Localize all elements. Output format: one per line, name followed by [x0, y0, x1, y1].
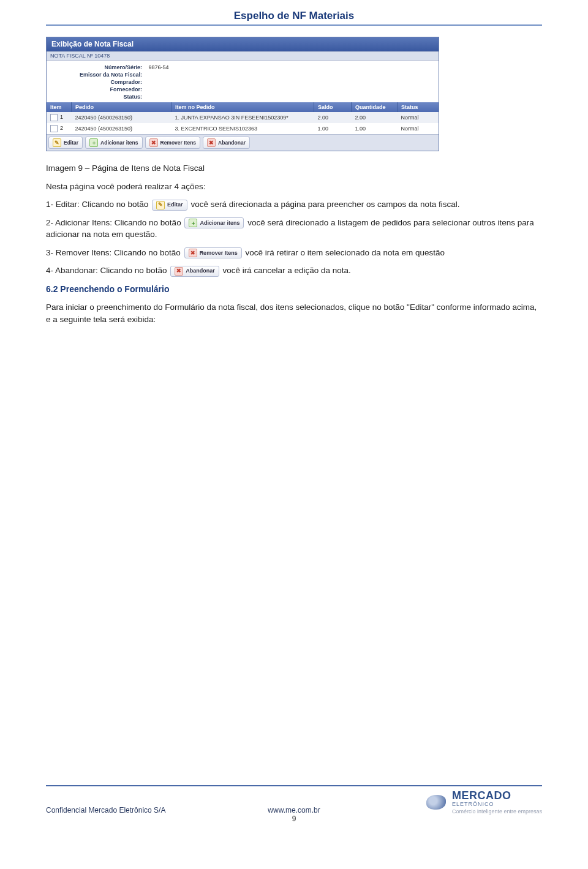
table-row: 1 2420450 (4500263150) 1. JUNTA EXPANSAO…: [47, 112, 439, 123]
button-label: Adicionar itens: [100, 140, 138, 146]
footer-url: www.me.com.br: [268, 806, 320, 814]
action-item-4: 4- Abandonar: Clicando no botão ✖ Abando…: [46, 265, 542, 277]
button-label: Remover Itens: [200, 249, 238, 257]
action-item-1: 1- Editar: Clicando no botão ✎ Editar vo…: [46, 198, 542, 211]
field-label-numero-serie: Número/Série:: [50, 64, 142, 70]
field-label-emissor: Emissor da Nota Fiscal:: [50, 72, 142, 78]
page-footer: Confidencial Mercado Eletrônico S/A www.…: [46, 785, 542, 814]
brand-tagline: Comércio inteligente entre empresas: [452, 808, 542, 814]
pencil-icon: ✎: [53, 138, 61, 147]
col-item-pedido[interactable]: Item no Pedido: [172, 102, 314, 112]
panel-title: Exibição de Nota Fiscal: [47, 37, 439, 51]
inline-editar-button[interactable]: ✎ Editar: [152, 200, 187, 211]
text-span: você irá cancelar a edição da nota.: [222, 266, 350, 275]
action-item-2: 2- Adicionar Itens: Clicando no botão ＋ …: [46, 217, 542, 241]
editar-button[interactable]: ✎ Editar: [48, 137, 83, 149]
col-item[interactable]: Item: [47, 102, 72, 112]
cell-quantidade: 1.00: [352, 123, 398, 134]
section-heading: 6.2 Preenchendo o Formulário: [46, 283, 542, 295]
cell-status: Normal: [398, 112, 439, 123]
inline-adicionar-button[interactable]: ＋ Adicionar itens: [184, 217, 244, 228]
nf-panel: Exibição de Nota Fiscal NOTA FISCAL Nº 1…: [46, 37, 439, 151]
text-span: 3- Remover Itens: Clicando no botão: [46, 248, 183, 257]
text-span: você será direcionada a página para pree…: [190, 200, 459, 209]
brand-sub: ELETRÔNICO: [452, 801, 542, 807]
cell-descricao: 1. JUNTA EXPANSAO 3IN FESEENI1502309*: [172, 112, 314, 123]
button-label: Remover Itens: [160, 140, 197, 146]
cell-descricao: 3. EXCENTRICO SEENIS102363: [172, 123, 314, 134]
col-status[interactable]: Status: [398, 102, 439, 112]
text-span: 4- Abandonar: Clicando no botão: [46, 266, 169, 275]
field-label-comprador: Comprador:: [50, 79, 142, 85]
text-span: 2- Adicionar Itens: Clicando no botão: [46, 218, 183, 227]
remover-itens-button[interactable]: ✖ Remover Itens: [145, 137, 201, 149]
x-icon: ✖: [149, 138, 158, 147]
action-item-3: 3- Remover Itens: Clicando no botão ✖ Re…: [46, 247, 542, 259]
footer-confidential: Confidencial Mercado Eletrônico S/A: [46, 806, 165, 814]
panel-subband: NOTA FISCAL Nº 10478: [47, 51, 439, 61]
table-row: 2 2420450 (4500263150) 3. EXCENTRICO SEE…: [47, 123, 439, 134]
col-pedido[interactable]: Pedido: [72, 102, 172, 112]
section-body: Para iniciar o preenchimento do Formulár…: [46, 301, 542, 325]
panel-fields: Número/Série: 9876-54 Emissor da Nota Fi…: [47, 61, 439, 102]
col-saldo[interactable]: Saldo: [314, 102, 352, 112]
cell-pedido: 2420450 (4500263150): [72, 123, 172, 134]
cell-status: Normal: [398, 123, 439, 134]
intro-line: Nesta página você poderá realizar 4 açõe…: [46, 181, 542, 193]
button-label: Editar: [167, 201, 183, 209]
cell-pedido: 2420450 (4500263150): [72, 112, 172, 123]
stop-icon: ✖: [207, 138, 216, 147]
field-value-numero-serie: 9876-54: [149, 64, 169, 70]
stop-icon: ✖: [175, 267, 183, 276]
page-number: 9: [292, 814, 296, 823]
body-text: Imagem 9 – Página de Itens de Nota Fisca…: [46, 162, 542, 325]
cell-saldo: 2.00: [314, 112, 352, 123]
figure-caption: Imagem 9 – Página de Itens de Nota Fisca…: [46, 162, 542, 175]
field-label-fornecedor: Fornecedor:: [50, 86, 142, 92]
cell-item: 1: [60, 114, 63, 120]
cell-item: 2: [60, 125, 63, 131]
cell-quantidade: 2.00: [352, 112, 398, 123]
row-checkbox[interactable]: [50, 114, 58, 121]
brand-name: MERCADO: [452, 790, 542, 801]
page-title: Espelho de NF Materiais: [46, 10, 542, 22]
inline-abandonar-button[interactable]: ✖ Abandonar: [170, 266, 219, 277]
col-quantidade[interactable]: Quantidade: [352, 102, 398, 112]
panel-toolbar: ✎ Editar ＋ Adicionar itens ✖ Remover Ite…: [47, 134, 439, 151]
field-label-status: Status:: [50, 94, 142, 100]
cell-saldo: 1.00: [314, 123, 352, 134]
button-label: Abandonar: [218, 140, 246, 146]
x-icon: ✖: [189, 249, 197, 257]
inline-remover-button[interactable]: ✖ Remover Itens: [184, 247, 242, 258]
abandonar-button[interactable]: ✖ Abandonar: [203, 137, 250, 149]
plus-icon: ＋: [189, 219, 197, 227]
pencil-icon: ✎: [156, 201, 165, 209]
adicionar-itens-button[interactable]: ＋ Adicionar itens: [85, 137, 142, 149]
text-span: 1- Editar: Clicando no botão: [46, 200, 151, 209]
button-label: Abandonar: [186, 267, 215, 275]
header-rule: [46, 24, 542, 26]
text-span: você irá retirar o item selecionado da n…: [245, 248, 445, 257]
button-label: Adicionar itens: [200, 219, 239, 227]
nf-table: Item Pedido Item no Pedido Saldo Quantid…: [47, 102, 439, 134]
row-checkbox[interactable]: [50, 125, 58, 132]
button-label: Editar: [64, 140, 78, 146]
brand-logo-icon: [426, 795, 446, 810]
plus-icon: ＋: [89, 138, 98, 147]
